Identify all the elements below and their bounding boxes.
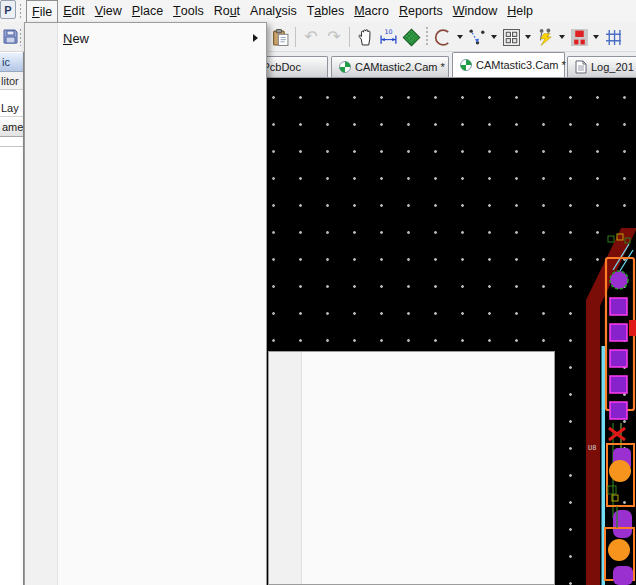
menu-place[interactable]: Place: [127, 0, 168, 22]
save-toolbar-icon[interactable]: [3, 29, 19, 45]
menu-view[interactable]: View: [90, 0, 127, 22]
array-tool-icon[interactable]: [500, 25, 522, 49]
tab-label: Log_201: [591, 61, 634, 73]
layers-panel: ic litor Lay ame: [0, 52, 24, 585]
menu-tables[interactable]: Tables: [302, 0, 350, 22]
file-menu: New: [24, 22, 267, 585]
menubar: P FileEditViewPlaceToolsRoutAnalysisTabl…: [0, 0, 636, 22]
measure-icon[interactable]: 10: [377, 25, 399, 49]
camtastic-icon: [460, 59, 472, 71]
layers-section-label: Lay: [0, 100, 23, 117]
dropdown-caret-icon[interactable]: [593, 35, 599, 39]
tab-label: CAMtastic2.Cam *: [355, 61, 445, 73]
grid-icon[interactable]: [602, 25, 624, 49]
toolbar-separator: [426, 27, 428, 47]
steps-list: [0, 146, 23, 147]
pan-hand-icon[interactable]: [354, 25, 376, 49]
undo-icon[interactable]: ↶: [300, 25, 322, 49]
panel-title: ic: [0, 53, 23, 72]
toolbar-grip[interactable]: [19, 28, 22, 46]
app-window: U8 CB3.PcbDocCAMtastic2.Cam *CAMtastic3.…: [0, 0, 636, 585]
svg-text:U8: U8: [588, 444, 596, 452]
tab-log-201[interactable]: Log_201: [567, 56, 636, 77]
menu-tools[interactable]: Tools: [168, 0, 209, 22]
menu-analysis[interactable]: Analysis: [245, 0, 302, 22]
import-submenu: [268, 351, 555, 585]
query-tool-icon[interactable]: [534, 25, 556, 49]
panel-subtitle: litor: [0, 72, 23, 90]
menubar-grip[interactable]: [19, 3, 22, 19]
file-menu-item-new[interactable]: New: [25, 25, 266, 51]
svg-text:10: 10: [384, 29, 392, 35]
toolbar-separator: [349, 27, 350, 47]
submenu-arrow-icon: [253, 34, 258, 42]
menu-macro[interactable]: Macro: [349, 0, 394, 22]
dropdown-caret-icon[interactable]: [491, 35, 497, 39]
pad-tool-icon[interactable]: [568, 25, 590, 49]
path-tool-icon[interactable]: [466, 25, 488, 49]
log-doc-icon: [575, 60, 587, 74]
dropdown-caret-icon[interactable]: [525, 35, 531, 39]
camtastic-icon: [339, 61, 351, 73]
dropdown-caret-icon[interactable]: [559, 35, 565, 39]
tab-camtastic3-cam[interactable]: CAMtastic3.Cam *: [452, 52, 565, 77]
arc-tool-icon[interactable]: [432, 25, 454, 49]
pcb-artwork: U8: [555, 228, 636, 585]
menu-edit[interactable]: Edit: [58, 0, 90, 22]
menu-reports[interactable]: Reports: [394, 0, 448, 22]
dropdown-caret-icon[interactable]: [457, 35, 463, 39]
tab-label: CAMtastic3.Cam *: [476, 59, 566, 71]
menu-file[interactable]: File: [26, 0, 58, 22]
redo-icon[interactable]: ↷: [323, 25, 345, 49]
p-toolbar-button[interactable]: P: [0, 0, 16, 19]
board-icon[interactable]: [400, 25, 422, 49]
menu-rout[interactable]: Rout: [209, 0, 245, 22]
toolbar-separator: [295, 27, 296, 47]
menu-item-label: New: [63, 31, 89, 46]
menu-help[interactable]: Help: [502, 0, 538, 22]
menu-window[interactable]: Window: [448, 0, 502, 22]
tab-camtastic2-cam[interactable]: CAMtastic2.Cam *: [331, 56, 449, 77]
name-column-header[interactable]: ame: [0, 117, 23, 137]
paste-icon[interactable]: [269, 25, 291, 49]
